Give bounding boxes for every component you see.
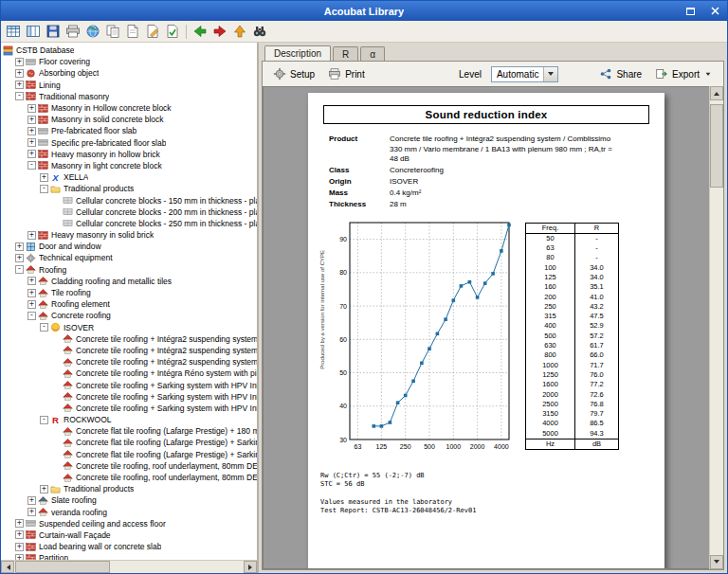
toolbar-save-button[interactable] (44, 22, 63, 41)
tree-item[interactable]: Concrete tile roofing + Sarking system w… (1, 403, 257, 414)
tree-item[interactable]: +Specific pre-fabricated floor slab (1, 137, 257, 149)
tree-item[interactable]: Concrete flat tile roofing (Lafarge Pres… (1, 425, 257, 437)
tree-expander[interactable]: + (15, 69, 24, 78)
level-dropdown-button[interactable] (543, 67, 557, 81)
tree-item[interactable]: Concrete tile roofing, roof underlayment… (1, 472, 257, 483)
tab-alpha[interactable]: α (360, 46, 385, 62)
tree-expander[interactable]: - (15, 92, 24, 100)
tree-expander[interactable]: - (15, 265, 24, 274)
tree-item[interactable]: +Partition (1, 552, 257, 560)
tree-item[interactable]: Cellular concrete blocks - 200 mm in thi… (1, 206, 257, 218)
tree-expander[interactable]: + (27, 508, 36, 516)
tree-expander[interactable]: + (27, 116, 36, 124)
tree-item[interactable]: +Lining (1, 80, 257, 91)
tree-item[interactable]: +Cladding roofing and metallic tiles (1, 276, 257, 287)
tree-expander[interactable]: + (27, 104, 36, 113)
tree-item[interactable]: +Suspended ceiling and access floor (1, 518, 257, 529)
export-button[interactable]: Export (652, 65, 714, 82)
tree-expander[interactable]: + (15, 519, 24, 528)
toolbar-print-button[interactable] (64, 22, 82, 41)
scroll-left-button[interactable] (1, 561, 14, 573)
tree-expander[interactable]: + (15, 530, 24, 539)
level-select[interactable]: Automatic (491, 66, 558, 82)
tree-expander[interactable]: - (27, 161, 36, 170)
titlebar[interactable]: Acoubat Library (1, 1, 727, 21)
toolbar-page-button[interactable] (123, 22, 142, 41)
tree-item[interactable]: +Traditional products (1, 483, 257, 494)
vscroll-thumb[interactable] (710, 104, 723, 188)
tree-item[interactable]: -ROCKWOOL (1, 414, 257, 425)
tree-item[interactable]: -Roofing (1, 264, 257, 276)
tree-expander[interactable]: - (40, 323, 48, 332)
tree-expander[interactable]: + (27, 277, 36, 285)
tree-item[interactable]: +Masonry in Hollow concrete block (1, 102, 257, 114)
tree-expander[interactable]: + (27, 496, 36, 505)
scroll-up-button[interactable] (710, 86, 723, 100)
tree-item[interactable]: Concrete flat tile roofing (Lafarge Pres… (1, 449, 257, 460)
tree-item[interactable]: +Heavy masonry in solid brick (1, 229, 257, 241)
tree-expander[interactable]: + (27, 231, 36, 240)
tree-expander[interactable]: + (15, 254, 24, 262)
tree-item[interactable]: -Traditional products (1, 183, 257, 194)
tree-item[interactable]: +Heavy masonry in hollow brick (1, 149, 257, 160)
tree-item[interactable]: +Absorbing object (1, 67, 257, 79)
tree-expander[interactable]: + (15, 543, 24, 551)
toolbar-edit-button[interactable] (143, 22, 162, 41)
tree-item[interactable]: +Load bearing wall or concrete slab (1, 541, 257, 552)
tree-item[interactable]: +veranda roofing (1, 507, 257, 518)
tree-item[interactable]: +Curtain-wall Façade (1, 529, 257, 541)
tree-item[interactable]: Concrete tile roofing + Sarking system w… (1, 391, 257, 403)
print-button[interactable]: Print (325, 65, 368, 82)
maximize-button[interactable] (683, 5, 697, 18)
toolbar-copy-button[interactable] (103, 22, 122, 41)
tree-item[interactable]: +Roofing element (1, 298, 257, 310)
tab-description[interactable]: Description (264, 45, 331, 61)
tree-item[interactable]: Concrete tile roofing + Intégra2 suspend… (1, 345, 257, 356)
hscroll-track[interactable] (14, 561, 244, 573)
hscroll-thumb[interactable] (15, 561, 110, 573)
tree-item[interactable]: Concrete tile roofing + Sarking system w… (1, 379, 257, 390)
tree-item[interactable]: +Pre-fabricated floor slab (1, 125, 257, 136)
tree-expander[interactable]: + (40, 485, 48, 493)
tree-item[interactable]: Concrete tile roofing + Intégra2 suspend… (1, 356, 257, 368)
tree-item[interactable]: Concrete tile roofing + Intégra Réno sys… (1, 368, 257, 379)
scroll-right-button[interactable] (244, 561, 257, 573)
vscroll-track[interactable] (710, 100, 723, 555)
setup-button[interactable]: Setup (270, 65, 318, 82)
tree-expander[interactable]: + (15, 81, 24, 89)
vertical-scrollbar[interactable] (709, 86, 723, 569)
tree-item[interactable]: +Technical equipment (1, 252, 257, 263)
toolbar-globe-button[interactable] (83, 22, 102, 41)
tree-item[interactable]: -Traditional masonry (1, 91, 257, 102)
tree-item[interactable]: CSTB Database (1, 45, 257, 56)
tree-expander[interactable]: + (27, 127, 36, 135)
tree-item[interactable]: Concrete tile roofing + Intégra2 suspend… (1, 333, 257, 345)
share-button[interactable]: Share (596, 65, 645, 82)
tree-item[interactable]: Cellular concrete blocks - 150 mm in thi… (1, 194, 257, 206)
tree-item[interactable]: -ISOVER (1, 322, 257, 333)
tree-expander[interactable]: - (27, 312, 36, 320)
tree-item[interactable]: +Masonry in solid concrete block (1, 114, 257, 125)
tree-expander[interactable]: + (40, 173, 48, 182)
tree-item[interactable]: +Slate roofing (1, 494, 257, 506)
tree-expander[interactable]: + (15, 58, 24, 66)
tree-expander[interactable]: + (27, 138, 36, 147)
tree-item[interactable]: +XELLA (1, 171, 257, 183)
toolbar-columns-button[interactable] (24, 22, 43, 41)
tree-expander[interactable]: + (27, 300, 36, 309)
tree-expander[interactable]: + (27, 289, 36, 297)
toolbar-green-arrow-button[interactable] (191, 22, 209, 41)
tree-item[interactable]: +Floor covering (1, 56, 257, 67)
tree-expander[interactable]: - (40, 185, 48, 193)
tree-horizontal-scrollbar[interactable] (1, 560, 257, 573)
tree-expander[interactable]: + (27, 150, 36, 158)
toolbar-orange-arrow-button[interactable] (230, 22, 249, 41)
tab-r[interactable]: R (333, 46, 358, 62)
toolbar-red-arrow-button[interactable] (210, 22, 229, 41)
tree-item[interactable]: Cellular concrete blocks - 250 mm in thi… (1, 218, 257, 229)
tree-item[interactable]: Concrete tile roofing, roof underlayment… (1, 460, 257, 472)
tree-item[interactable]: -Masonry in light concrete block (1, 160, 257, 171)
tree-item[interactable]: +Tile roofing (1, 287, 257, 298)
toolbar-form-button[interactable] (163, 22, 182, 41)
tree-expander[interactable]: - (40, 416, 48, 424)
